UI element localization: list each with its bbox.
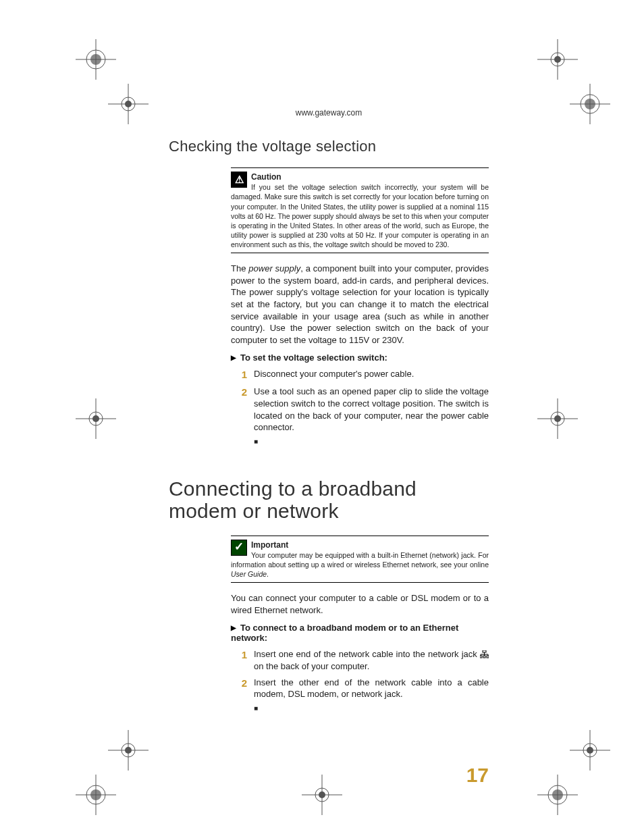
step-number: 2 (231, 677, 254, 700)
important-body: Your computer may be equipped with a bui… (231, 551, 489, 578)
broadband-procedure-title: To connect to a broadband modem or to an… (231, 623, 489, 643)
registration-mark-icon (570, 730, 610, 771)
ethernet-jack-icon (480, 650, 489, 658)
caution-callout: ⚠ Caution If you set the voltage selecti… (231, 167, 489, 253)
list-item: 1 Insert one end of the network cable in… (231, 648, 489, 672)
step-number: 1 (231, 648, 254, 672)
section-heading-broadband: Connecting to a broadband modem or netwo… (169, 477, 489, 522)
caution-icon: ⚠ (231, 172, 247, 188)
broadband-body-text: You can connect your computer to a cable… (231, 592, 489, 616)
registration-mark-icon (76, 775, 116, 815)
registration-mark-icon (76, 398, 116, 439)
section-heading-voltage: Checking the voltage selection (169, 138, 489, 155)
registration-mark-icon (537, 398, 578, 439)
svg-rect-6 (480, 656, 482, 658)
registration-mark-icon (537, 775, 578, 815)
step-number: 2 (231, 386, 254, 433)
voltage-procedure-title: To set the voltage selection switch: (231, 353, 489, 363)
registration-mark-icon (537, 39, 578, 80)
important-callout: ✓ Important Your computer may be equippe… (231, 536, 489, 583)
header-url: www.gateway.com (169, 108, 489, 118)
important-title: Important (251, 540, 288, 550)
registration-mark-icon (302, 775, 342, 815)
end-of-procedure-icon: ■ (254, 438, 489, 445)
caution-body: If you set the voltage selection switch … (231, 183, 489, 249)
registration-mark-icon (108, 84, 149, 124)
voltage-body-text: The power supply, a component built into… (231, 263, 489, 346)
end-of-procedure-icon: ■ (254, 704, 489, 712)
broadband-steps: 1 Insert one end of the network cable in… (231, 648, 489, 700)
list-item: 2 Insert the other end of the network ca… (231, 677, 489, 700)
svg-rect-0 (483, 650, 486, 652)
list-item: 1 Disconnect your computer's power cable… (231, 368, 489, 382)
important-icon: ✓ (231, 540, 247, 556)
svg-rect-8 (487, 656, 489, 658)
voltage-steps: 1 Disconnect your computer's power cable… (231, 368, 489, 433)
step-number: 1 (231, 368, 254, 382)
page-number: 17 (466, 764, 489, 787)
svg-rect-7 (483, 656, 485, 658)
registration-mark-icon (76, 39, 116, 80)
registration-mark-icon (108, 730, 149, 771)
caution-title: Caution (251, 172, 281, 182)
list-item: 2 Use a tool such as an opened paper cli… (231, 386, 489, 433)
registration-mark-icon (570, 84, 610, 124)
